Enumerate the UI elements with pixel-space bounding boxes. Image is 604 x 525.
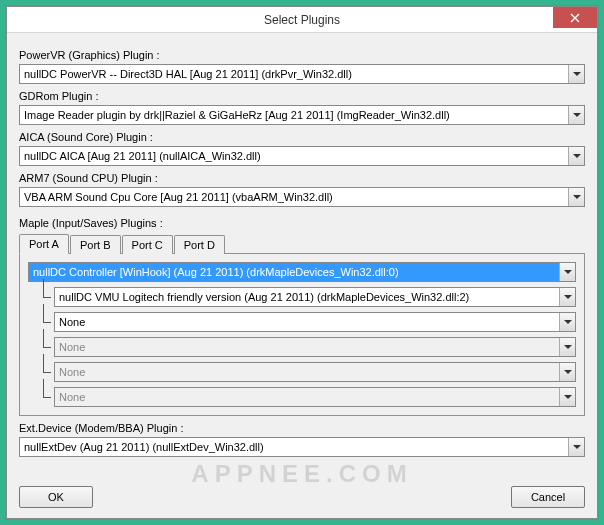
tree-branch-icon	[28, 287, 54, 307]
chevron-down-icon	[568, 106, 584, 124]
tab-port-b[interactable]: Port B	[70, 235, 121, 254]
extdev-value: nullExtDev (Aug 21 2011) (nullExtDev_Win…	[20, 438, 568, 456]
cancel-button[interactable]: Cancel	[511, 486, 585, 508]
extdev-label: Ext.Device (Modem/BBA) Plugin :	[19, 422, 585, 434]
tree-branch-icon	[28, 387, 54, 407]
chevron-down-icon	[559, 263, 575, 281]
chevron-down-icon	[559, 338, 575, 356]
arm7-combo[interactable]: VBA ARM Sound Cpu Core [Aug 21 2011] (vb…	[19, 187, 585, 207]
maple-slot-5-combo[interactable]: None	[54, 387, 576, 407]
tree-branch-icon	[28, 337, 54, 357]
chevron-down-icon	[559, 388, 575, 406]
ok-button[interactable]: OK	[19, 486, 93, 508]
maple-slot-3-combo[interactable]: None	[54, 337, 576, 357]
maple-slot-2-value: None	[55, 313, 559, 331]
tab-port-d[interactable]: Port D	[174, 235, 225, 254]
dialog-button-row: OK Cancel	[19, 486, 585, 508]
gdrom-value: Image Reader plugin by drk||Raziel & GiG…	[20, 106, 568, 124]
chevron-down-icon	[568, 438, 584, 456]
tab-port-c[interactable]: Port C	[122, 235, 173, 254]
chevron-down-icon	[559, 363, 575, 381]
maple-slot-5-value: None	[55, 388, 559, 406]
chevron-down-icon	[568, 147, 584, 165]
extdev-combo[interactable]: nullExtDev (Aug 21 2011) (nullExtDev_Win…	[19, 437, 585, 457]
maple-slot-0-value: nullDC Controller [WinHook] (Aug 21 2011…	[29, 263, 559, 281]
chevron-down-icon	[568, 188, 584, 206]
powervr-combo[interactable]: nullDC PowerVR -- Direct3D HAL [Aug 21 2…	[19, 64, 585, 84]
tree-branch-icon	[28, 362, 54, 382]
maple-slot-4-combo[interactable]: None	[54, 362, 576, 382]
maple-slot-1-combo[interactable]: nullDC VMU Logitech friendly version (Au…	[54, 287, 576, 307]
titlebar: Select Plugins	[7, 7, 597, 33]
maple-slot-0-combo[interactable]: nullDC Controller [WinHook] (Aug 21 2011…	[28, 262, 576, 282]
maple-label: Maple (Input/Saves) Plugins :	[19, 217, 585, 229]
maple-slot-2-combo[interactable]: None	[54, 312, 576, 332]
aica-label: AICA (Sound Core) Plugin :	[19, 131, 585, 143]
arm7-label: ARM7 (Sound CPU) Plugin :	[19, 172, 585, 184]
close-icon	[570, 13, 580, 23]
aica-combo[interactable]: nullDC AICA [Aug 21 2011] (nullAICA_Win3…	[19, 146, 585, 166]
dialog-window: Select Plugins PowerVR (Graphics) Plugin…	[6, 6, 598, 519]
maple-slot-4-value: None	[55, 363, 559, 381]
close-button[interactable]	[553, 7, 597, 28]
maple-slot-3-value: None	[55, 338, 559, 356]
arm7-value: VBA ARM Sound Cpu Core [Aug 21 2011] (vb…	[20, 188, 568, 206]
tree-branch-icon	[28, 312, 54, 332]
gdrom-combo[interactable]: Image Reader plugin by drk||Raziel & GiG…	[19, 105, 585, 125]
chevron-down-icon	[568, 65, 584, 83]
chevron-down-icon	[559, 313, 575, 331]
chevron-down-icon	[559, 288, 575, 306]
gdrom-label: GDRom Plugin :	[19, 90, 585, 102]
aica-value: nullDC AICA [Aug 21 2011] (nullAICA_Win3…	[20, 147, 568, 165]
powervr-label: PowerVR (Graphics) Plugin :	[19, 49, 585, 61]
powervr-value: nullDC PowerVR -- Direct3D HAL [Aug 21 2…	[20, 65, 568, 83]
dialog-content: PowerVR (Graphics) Plugin : nullDC Power…	[7, 33, 597, 465]
maple-tab-strip: Port A Port B Port C Port D	[19, 233, 585, 253]
maple-slot-1-value: nullDC VMU Logitech friendly version (Au…	[55, 288, 559, 306]
maple-port-a-panel: nullDC Controller [WinHook] (Aug 21 2011…	[19, 253, 585, 416]
window-title: Select Plugins	[7, 13, 597, 27]
tab-port-a[interactable]: Port A	[19, 234, 69, 254]
